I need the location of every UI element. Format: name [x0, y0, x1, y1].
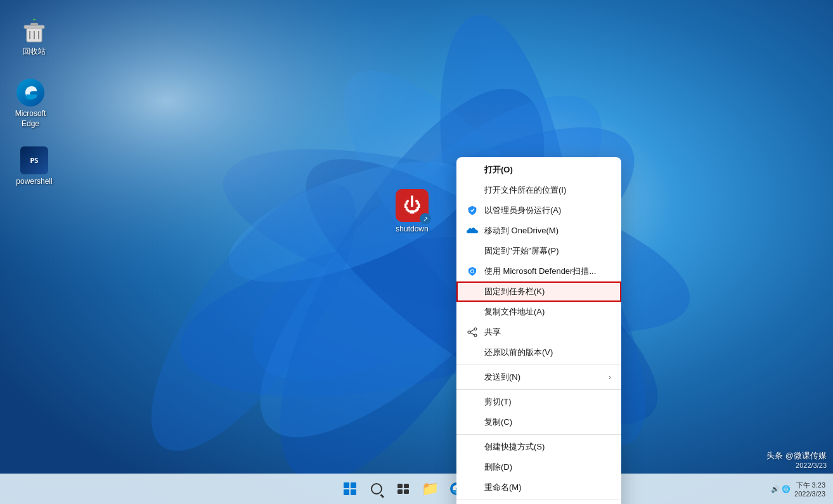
ctx-label-open-location: 打开文件所在的位置(I): [484, 184, 611, 196]
ctx-label-create-shortcut: 创建快捷方式(S): [484, 441, 611, 453]
taskbar-search-button[interactable]: [364, 476, 389, 501]
ctx-item-delete[interactable]: 删除(D): [456, 457, 621, 477]
ctx-label-delete: 删除(D): [484, 462, 611, 473]
ctx-item-rename[interactable]: 重命名(M): [456, 477, 621, 498]
ctx-item-cut[interactable]: 剪切(T): [456, 392, 621, 412]
open-location-icon: [467, 184, 478, 196]
taskbar-file-explorer-button[interactable]: 📁: [417, 476, 442, 501]
wallpaper: [0, 0, 833, 504]
onedrive-icon: [467, 225, 478, 236]
ctx-item-run-as-admin[interactable]: 以管理员身份运行(A): [456, 200, 621, 221]
ctx-item-pin-taskbar[interactable]: 固定到任务栏(K): [456, 281, 621, 302]
ctx-item-restore[interactable]: 还原以前的版本(V): [456, 342, 621, 363]
taskbar-right-area: 🔊 🌐 下午 3:23 2022/3/23: [771, 474, 825, 504]
defender-icon: [467, 266, 478, 277]
ctx-item-share[interactable]: 共享: [456, 322, 621, 342]
copy-path-icon: [467, 306, 478, 318]
ctx-label-rename: 重命名(M): [484, 482, 611, 493]
folder-icon: 📁: [422, 481, 439, 497]
task-view-icon: [397, 482, 410, 495]
ctx-label-run-as-admin: 以管理员身份运行(A): [484, 205, 611, 216]
ctx-label-copy-path: 复制文件地址(A): [484, 306, 611, 318]
ctx-item-open-location[interactable]: 打开文件所在的位置(I): [456, 180, 621, 200]
send-to-icon: [467, 372, 478, 383]
ctx-item-pin-start[interactable]: 固定到"开始"屏幕(P): [456, 241, 621, 261]
shortcut-arrow-badge: ↗: [420, 213, 431, 224]
svg-rect-15: [30, 23, 38, 26]
edge-label: Microsoft Edge: [10, 109, 51, 129]
separator-4: [456, 500, 621, 500]
ctx-label-share: 共享: [484, 326, 611, 338]
separator-1: [456, 365, 621, 365]
shield-icon: [467, 205, 478, 216]
ctx-label-onedrive: 移动到 OneDrive(M): [484, 225, 611, 236]
windows-logo-icon: [344, 482, 356, 495]
desktop-icon-powershell[interactable]: PS powershell: [11, 143, 57, 190]
ctx-item-open[interactable]: 打开(O): [456, 160, 621, 180]
powershell-icon: PS: [19, 145, 49, 176]
share-icon: [467, 326, 478, 338]
time-display: 下午 3:23: [794, 481, 825, 490]
svg-point-21: [474, 328, 477, 330]
svg-rect-27: [404, 484, 409, 488]
svg-rect-29: [404, 489, 409, 494]
edge-icon: [15, 77, 46, 108]
taskbar-task-view-button[interactable]: [391, 476, 416, 501]
svg-rect-12: [0, 0, 833, 504]
ctx-label-pin-start: 固定到"开始"屏幕(P): [484, 245, 611, 257]
svg-line-24: [470, 330, 474, 332]
ctx-label-cut: 剪切(T): [484, 396, 611, 408]
send-to-arrow: ›: [609, 373, 611, 382]
ctx-label-pin-taskbar: 固定到任务栏(K): [484, 286, 611, 297]
search-icon: [371, 483, 382, 494]
taskbar: 📁 🔊 �: [0, 474, 833, 504]
svg-line-25: [470, 333, 474, 335]
ctx-item-copy-path[interactable]: 复制文件地址(A): [456, 302, 621, 322]
ctx-label-send-to: 发送到(N): [484, 372, 602, 383]
ctx-item-create-shortcut[interactable]: 创建快捷方式(S): [456, 437, 621, 457]
recycle-bin-label: 回收站: [23, 47, 46, 57]
recycle-bin-icon: [19, 15, 49, 46]
create-shortcut-icon: [467, 441, 478, 453]
copy-icon: [467, 417, 478, 428]
ctx-label-restore: 还原以前的版本(V): [484, 347, 611, 358]
powershell-label: powershell: [16, 177, 52, 187]
desktop: 回收站 Microsoft Edge PS powershell ⏻ ↗ shu…: [0, 0, 833, 504]
watermark-date: 2022/3/23: [766, 462, 827, 469]
separator-3: [456, 434, 621, 435]
system-tray[interactable]: 🔊 🌐: [771, 485, 791, 493]
taskbar-start-button[interactable]: [337, 476, 363, 501]
ctx-label-open: 打开(O): [484, 164, 611, 176]
clock[interactable]: 下午 3:23 2022/3/23: [794, 481, 825, 498]
shutdown-icon-box: ⏻ ↗: [396, 189, 429, 222]
rename-icon: [467, 482, 478, 493]
pin-taskbar-icon: [467, 286, 478, 297]
watermark: 头条 @微课传媒 2022/3/23: [766, 450, 827, 469]
ctx-label-defender: 使用 Microsoft Defender扫描...: [484, 266, 611, 277]
svg-rect-26: [397, 484, 403, 488]
svg-rect-28: [397, 489, 403, 494]
ctx-label-copy: 复制(C): [484, 417, 611, 428]
restore-icon: [467, 347, 478, 358]
separator-2: [456, 389, 621, 390]
power-symbol-icon: ⏻: [403, 197, 421, 214]
svg-point-20: [471, 270, 474, 273]
delete-icon: [467, 462, 478, 473]
svg-point-23: [474, 334, 477, 337]
watermark-text: 头条 @微课传媒: [766, 450, 827, 462]
cut-icon: [467, 396, 478, 408]
desktop-icon-shutdown[interactable]: ⏻ ↗ shutdown: [387, 189, 437, 233]
desktop-icon-recycle-bin[interactable]: 回收站: [11, 13, 57, 60]
svg-point-22: [468, 331, 470, 333]
pin-start-icon: [467, 245, 478, 257]
ctx-item-send-to[interactable]: 发送到(N) ›: [456, 367, 621, 387]
desktop-icon-edge[interactable]: Microsoft Edge: [8, 75, 53, 131]
context-menu: 打开(O) 打开文件所在的位置(I) 以管理员身份运行(A) 移动到 OneDr…: [456, 157, 621, 504]
open-icon: [467, 164, 478, 176]
ctx-item-move-to-onedrive[interactable]: 移动到 OneDrive(M): [456, 221, 621, 241]
date-display: 2022/3/23: [794, 490, 825, 498]
shutdown-label: shutdown: [396, 224, 428, 233]
ctx-item-copy[interactable]: 复制(C): [456, 412, 621, 432]
ctx-item-defender[interactable]: 使用 Microsoft Defender扫描...: [456, 261, 621, 281]
